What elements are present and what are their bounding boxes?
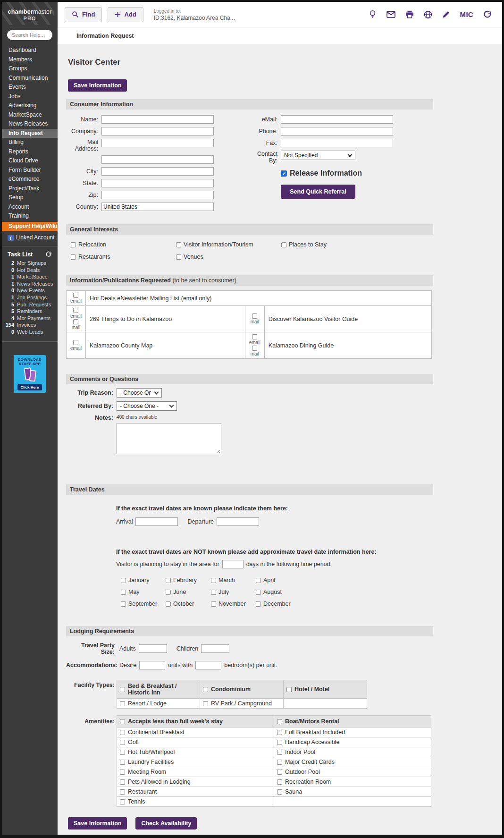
task-item-invoices[interactable]: 154Invoices [2, 322, 58, 329]
contact-by-select[interactable]: Not Specified [281, 151, 355, 160]
facility-checkbox[interactable] [120, 701, 125, 706]
month-checkbox[interactable] [121, 601, 126, 607]
mail-address-input-1[interactable] [101, 139, 214, 147]
task-item-hot-deals[interactable]: 0Hot Deals [2, 267, 58, 274]
email-input[interactable] [281, 115, 393, 124]
sidebar-item-support-help[interactable]: Support Help/Wiki [2, 222, 58, 231]
email-checkbox[interactable] [73, 340, 78, 345]
mail-icon[interactable] [386, 11, 395, 18]
amenity-checkbox[interactable] [120, 789, 125, 795]
month-checkbox[interactable] [211, 601, 216, 607]
find-button[interactable]: Find [65, 7, 102, 22]
sidebar-item-news-releases[interactable]: News Releases [2, 119, 58, 129]
sidebar-item-form-builder[interactable]: Form Builder [2, 166, 58, 175]
sidebar-item-billing[interactable]: Billing [2, 138, 58, 147]
sidebar-item-ecommerce[interactable]: eCommerce [2, 175, 58, 184]
adults-input[interactable] [139, 644, 167, 653]
sidebar-item-setup[interactable]: Setup [2, 193, 58, 203]
amenity-checkbox[interactable] [120, 760, 125, 765]
edit-pencil-icon[interactable] [442, 10, 450, 18]
checkbox[interactable] [176, 242, 181, 247]
facility-checkbox[interactable] [203, 701, 208, 706]
amenity-checkbox[interactable] [277, 750, 282, 755]
refresh-icon[interactable] [483, 10, 492, 19]
city-input[interactable] [101, 167, 214, 176]
amenity-checkbox[interactable] [120, 750, 125, 755]
task-item-reminders[interactable]: 5Reminders [2, 308, 58, 315]
checkbox[interactable] [176, 254, 181, 260]
task-item-marketspace[interactable]: 1MarketSpace [2, 273, 58, 280]
checkbox[interactable] [71, 254, 76, 260]
month-checkbox[interactable] [121, 590, 126, 595]
amenity-checkbox[interactable] [277, 730, 282, 735]
month-checkbox[interactable] [256, 578, 261, 583]
checkbox[interactable] [281, 242, 286, 247]
month-checkbox[interactable] [121, 578, 126, 583]
task-item-pub-requests[interactable]: 5Pub. Requests [2, 301, 58, 308]
country-input[interactable] [101, 203, 214, 211]
mail-address-input-2[interactable] [101, 155, 214, 164]
amenity-checkbox[interactable] [277, 789, 282, 795]
add-button[interactable]: Add [108, 7, 143, 22]
amenity-checkbox[interactable] [120, 770, 125, 775]
sidebar-item-project-task[interactable]: Project/Task [2, 184, 58, 194]
departure-input[interactable] [217, 517, 259, 526]
facility-checkbox[interactable] [286, 687, 292, 692]
facility-checkbox[interactable] [120, 687, 125, 692]
sidebar-item-training[interactable]: Training [2, 212, 58, 221]
state-input[interactable] [101, 179, 214, 187]
email-checkbox[interactable] [73, 293, 78, 298]
send-quick-referral-button[interactable]: Send Quick Referral [281, 185, 355, 199]
sidebar-item-account[interactable]: Account [2, 203, 58, 212]
notes-textarea[interactable] [117, 423, 221, 454]
amenity-checkbox[interactable] [277, 760, 282, 765]
month-checkbox[interactable] [166, 590, 171, 595]
sidebar-item-cloud-drive[interactable]: Cloud Drive [2, 156, 58, 166]
sidebar-item-advertising[interactable]: Advertising [2, 101, 58, 110]
amenity-checkbox[interactable] [120, 799, 125, 804]
task-item-mbr-signups[interactable]: 2Mbr Signups [2, 260, 58, 267]
month-checkbox[interactable] [166, 578, 171, 583]
amenity-checkbox[interactable] [120, 740, 125, 745]
task-item-new-events[interactable]: 0New Events [2, 287, 58, 294]
trip-reason-select[interactable]: - Choose One - [117, 388, 162, 398]
sidebar-item-reports[interactable]: Reports [2, 147, 58, 157]
task-item-news-releases[interactable]: 1News Releases [2, 280, 58, 288]
lightbulb-icon[interactable] [369, 10, 377, 19]
sidebar-item-dashboard[interactable]: Dashboard [2, 46, 58, 55]
mail-checkbox[interactable] [252, 346, 257, 351]
search-help-input[interactable] [7, 30, 52, 40]
name-input[interactable] [101, 115, 214, 124]
company-input[interactable] [101, 127, 214, 135]
amenity-checkbox[interactable] [277, 719, 282, 724]
task-refresh-icon[interactable] [45, 251, 52, 258]
amenity-checkbox[interactable] [277, 740, 282, 745]
fax-input[interactable] [281, 139, 393, 147]
mic-label[interactable]: MIC [460, 10, 473, 18]
globe-icon[interactable] [424, 10, 432, 19]
month-checkbox[interactable] [256, 590, 261, 595]
month-checkbox[interactable] [211, 590, 216, 595]
sidebar-item-info-request[interactable]: Info Request [2, 129, 58, 138]
month-checkbox[interactable] [256, 601, 261, 607]
sidebar-item-communication[interactable]: Communication [2, 74, 58, 83]
download-staff-app-badge[interactable]: DOWNLOAD STAFF APP Click Here [14, 355, 46, 393]
mail-checkbox[interactable] [73, 319, 78, 324]
amenity-checkbox[interactable] [277, 779, 282, 785]
children-input[interactable] [201, 644, 229, 653]
task-item-job-postings[interactable]: 1Job Postings [2, 294, 58, 301]
release-information-checkbox[interactable] [281, 170, 287, 177]
facility-checkbox[interactable] [203, 687, 208, 692]
mail-checkbox[interactable] [252, 313, 257, 319]
check-availability-button[interactable]: Check Availability [135, 817, 197, 830]
bedrooms-input[interactable] [195, 661, 221, 669]
month-checkbox[interactable] [211, 578, 216, 583]
email-checkbox[interactable] [73, 308, 78, 313]
days-input[interactable] [222, 560, 244, 568]
month-checkbox[interactable] [166, 601, 171, 607]
amenity-checkbox[interactable] [277, 770, 282, 775]
sidebar-item-members[interactable]: Members [2, 55, 58, 65]
print-icon[interactable] [405, 10, 414, 18]
save-information-button-bottom[interactable]: Save Information [68, 817, 127, 830]
checkbox[interactable] [71, 242, 76, 247]
